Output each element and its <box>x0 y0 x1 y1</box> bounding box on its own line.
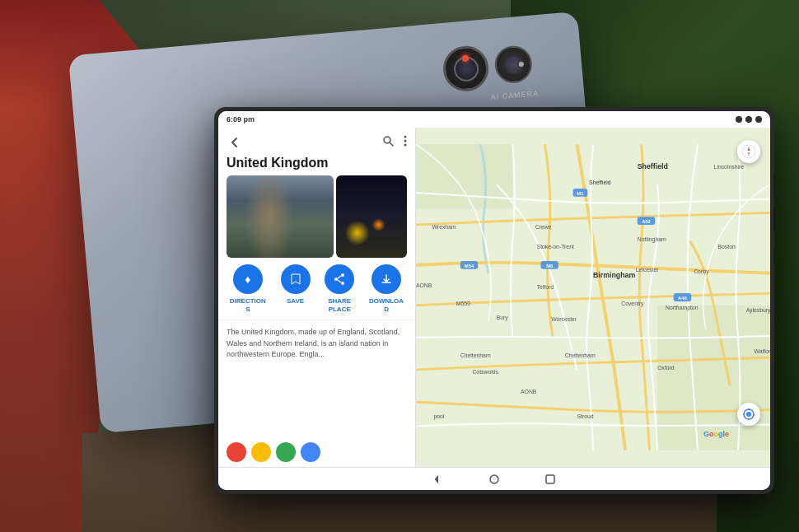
svg-text:Lincolnshire: Lincolnshire <box>714 164 745 170</box>
svg-text:Telford: Telford <box>537 284 554 290</box>
place-description: The United Kingdom, made up of England, … <box>218 320 415 367</box>
directions-button[interactable]: ♦ DIRECTIONS <box>230 264 266 313</box>
svg-text:Cheltenham: Cheltenham <box>565 352 596 358</box>
more-options-button[interactable] <box>404 135 407 150</box>
secondary-camera <box>493 44 534 85</box>
save-icon <box>281 264 311 294</box>
svg-text:Coventry: Coventry <box>621 301 644 307</box>
svg-text:AONB: AONB <box>521 389 537 394</box>
status-bar: 6:09 pm <box>218 111 770 128</box>
photo-strip <box>218 175 415 258</box>
main-camera <box>442 44 491 94</box>
svg-text:pool: pool <box>434 413 445 420</box>
svg-rect-12 <box>657 306 770 450</box>
svg-text:Wrexham: Wrexham <box>432 224 456 230</box>
svg-text:Sheffield: Sheffield <box>589 180 611 185</box>
svg-text:M6: M6 <box>546 264 554 268</box>
green-dot[interactable] <box>276 442 296 462</box>
svg-line-8 <box>338 276 341 278</box>
header-actions <box>382 135 407 150</box>
search-button[interactable] <box>382 135 394 150</box>
volume-down-button[interactable] <box>773 206 774 231</box>
save-label: SAVE <box>287 297 304 306</box>
map-roads-svg: M1 M6 A46 M54 A52 Sheffield Birmingham C… <box>416 128 770 467</box>
svg-point-3 <box>404 140 407 142</box>
svg-text:Boston: Boston <box>717 244 735 250</box>
svg-text:Cheltenham: Cheltenham <box>460 352 491 358</box>
svg-point-4 <box>404 144 407 147</box>
action-buttons: ♦ DIRECTIONS SAVE <box>218 258 415 320</box>
svg-point-57 <box>490 475 498 483</box>
download-icon <box>371 264 401 294</box>
svg-text:Northampton: Northampton <box>666 305 699 311</box>
home-nav-button[interactable] <box>487 472 502 487</box>
camera-area <box>442 40 534 93</box>
tablet-front: 6:09 pm <box>214 107 774 494</box>
recents-nav-button[interactable] <box>543 472 558 487</box>
svg-text:Nottingham: Nottingham <box>638 236 666 243</box>
navigation-bar <box>218 467 770 490</box>
svg-text:A52: A52 <box>642 219 651 224</box>
photo-1[interactable] <box>227 175 334 258</box>
svg-rect-58 <box>546 475 554 483</box>
my-location-button[interactable] <box>737 403 760 426</box>
svg-text:Birmingham: Birmingham <box>593 271 635 279</box>
info-panel: United Kingdom ♦ DIRECTIONS <box>218 128 416 467</box>
battery-icon <box>755 116 762 123</box>
svg-text:Aylesbury: Aylesbury <box>746 307 770 314</box>
signal-icon <box>745 116 752 123</box>
svg-point-51 <box>746 412 751 417</box>
svg-point-2 <box>404 136 407 138</box>
svg-text:Stoke-on-Trent: Stoke-on-Trent <box>537 244 574 250</box>
svg-rect-11 <box>416 144 512 208</box>
download-label: DOWNLOAD <box>369 297 404 313</box>
status-icons <box>736 116 762 123</box>
svg-point-5 <box>341 273 344 277</box>
google-logo: Google <box>703 430 729 438</box>
share-icon <box>325 264 354 294</box>
svg-text:Stroud: Stroud <box>577 413 593 419</box>
blue-dot[interactable] <box>301 442 320 462</box>
svg-point-7 <box>341 282 344 285</box>
share-place-button[interactable]: SHAREPLACE <box>325 264 354 313</box>
wifi-icon <box>736 116 742 123</box>
ai-camera-label: AI CAMERA <box>490 89 539 101</box>
photo-2[interactable] <box>336 175 407 258</box>
save-button[interactable]: SAVE <box>281 264 311 313</box>
back-button[interactable] <box>227 134 243 151</box>
screen-content: United Kingdom ♦ DIRECTIONS <box>218 128 770 467</box>
compass-button[interactable] <box>737 140 760 163</box>
photo-1-content <box>227 175 334 258</box>
red-dot[interactable] <box>227 442 246 462</box>
svg-text:M550: M550 <box>456 301 470 306</box>
color-dots-row <box>218 437 415 467</box>
svg-text:Oxford: Oxford <box>657 365 675 371</box>
place-title: United Kingdom <box>218 154 415 175</box>
svg-text:Worcester: Worcester <box>551 316 577 322</box>
svg-text:Sheffield: Sheffield <box>638 162 668 170</box>
svg-text:M54: M54 <box>465 264 474 268</box>
status-time: 6:09 pm <box>227 115 255 124</box>
share-place-label: SHAREPLACE <box>328 297 351 313</box>
svg-text:Cotswolds: Cotswolds <box>472 369 498 375</box>
svg-text:M1: M1 <box>577 191 584 196</box>
svg-text:Crewe: Crewe <box>535 224 552 230</box>
svg-text:Bury: Bury <box>497 315 509 321</box>
volume-up-button[interactable] <box>773 173 774 198</box>
map-panel[interactable]: M1 M6 A46 M54 A52 Sheffield Birmingham C… <box>416 128 770 467</box>
svg-text:Corby: Corby <box>694 268 709 275</box>
svg-line-9 <box>338 280 341 282</box>
back-nav-button[interactable] <box>431 472 446 487</box>
directions-icon: ♦ <box>233 264 263 294</box>
svg-point-6 <box>334 278 338 281</box>
screen: 6:09 pm <box>218 111 770 490</box>
power-button[interactable] <box>773 247 774 264</box>
svg-text:AONB: AONB <box>416 282 432 288</box>
yellow-dot[interactable] <box>251 442 271 462</box>
panel-header <box>218 128 415 154</box>
svg-text:Leicester: Leicester <box>636 267 659 273</box>
svg-line-1 <box>390 142 393 146</box>
svg-text:A46: A46 <box>678 296 687 301</box>
download-button[interactable]: DOWNLOAD <box>369 264 404 313</box>
photo-2-content <box>336 175 407 258</box>
